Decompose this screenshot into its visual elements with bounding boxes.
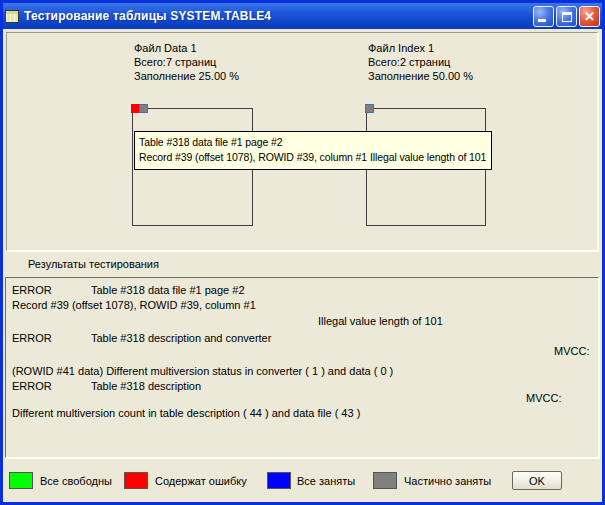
result-line: Table #318 description (91, 380, 201, 392)
minimize-button[interactable] (533, 6, 554, 27)
result-line: Table #318 description and converter (91, 332, 271, 344)
ok-button[interactable]: OK (512, 471, 562, 490)
legend-error-swatch (124, 472, 148, 489)
index-file-fill: Заполнение 50.00 % (368, 69, 473, 83)
dialog-content: Файл Data 1 Всего:7 страниц Заполнение 2… (3, 29, 602, 502)
data-file-total: Всего:7 страниц (134, 55, 239, 69)
results-panel[interactable]: ERROR Table #318 data file #1 page #2 Re… (5, 277, 599, 458)
table-grid-icon (5, 10, 19, 23)
legend-partial-swatch (373, 472, 397, 489)
result-line: Table #318 data file #1 page #2 (91, 284, 245, 296)
page-marker-selected[interactable] (139, 104, 148, 113)
maximize-icon (562, 12, 572, 22)
data-file-info: Файл Data 1 Всего:7 страниц Заполнение 2… (134, 41, 239, 83)
page-marker-selected[interactable] (365, 104, 374, 113)
page-error-tooltip: Table #318 data file #1 page #2 Record #… (134, 131, 492, 170)
result-error-prefix: ERROR (12, 380, 52, 392)
files-panel: Файл Data 1 Всего:7 страниц Заполнение 2… (6, 32, 598, 251)
page-marker-error[interactable] (131, 104, 139, 113)
result-error-prefix: ERROR (12, 332, 52, 344)
result-line: Different multiversion count in table de… (12, 407, 360, 419)
data-file-fill: Заполнение 25.00 % (134, 69, 239, 83)
tooltip-line-2: Record #39 (offset 1078), ROWID #39, col… (139, 150, 486, 165)
window-controls: ✕ (533, 6, 600, 27)
legend-busy-swatch (267, 472, 291, 489)
window-title: Тестирование таблицы SYSTEM.TABLE4 (24, 9, 271, 23)
index-file-info: Файл Index 1 Всего:2 страниц Заполнение … (368, 41, 473, 83)
close-icon: ✕ (580, 7, 599, 26)
tooltip-line-1: Table #318 data file #1 page #2 (139, 135, 486, 150)
index-file-total: Всего:2 страниц (368, 55, 473, 69)
data-file-title: Файл Data 1 (134, 41, 239, 55)
maximize-button[interactable] (556, 6, 577, 27)
legend-free-swatch (9, 472, 33, 489)
result-line: MVCC: (554, 345, 589, 357)
close-button[interactable]: ✕ (579, 6, 600, 27)
legend-error-label: Содержат ошибку (155, 475, 247, 487)
results-header-label: Результаты тестирования (28, 258, 159, 270)
titlebar: Тестирование таблицы SYSTEM.TABLE4 ✕ (3, 3, 602, 29)
result-line: (ROWID #41 data) Different multiversion … (12, 365, 393, 377)
legend-busy-label: Все заняты (297, 475, 355, 487)
index-file-title: Файл Index 1 (368, 41, 473, 55)
legend-free-label: Все свободны (40, 475, 112, 487)
result-line: Illegal value length of 101 (318, 315, 443, 327)
result-line: MVCC: (526, 392, 561, 404)
result-line: Record #39 (offset 1078), ROWID #39, col… (12, 299, 256, 311)
minimize-icon (538, 19, 546, 22)
app-window: Тестирование таблицы SYSTEM.TABLE4 ✕ Фай… (0, 0, 605, 505)
result-error-prefix: ERROR (12, 284, 52, 296)
legend-partial-label: Частично заняты (404, 475, 491, 487)
